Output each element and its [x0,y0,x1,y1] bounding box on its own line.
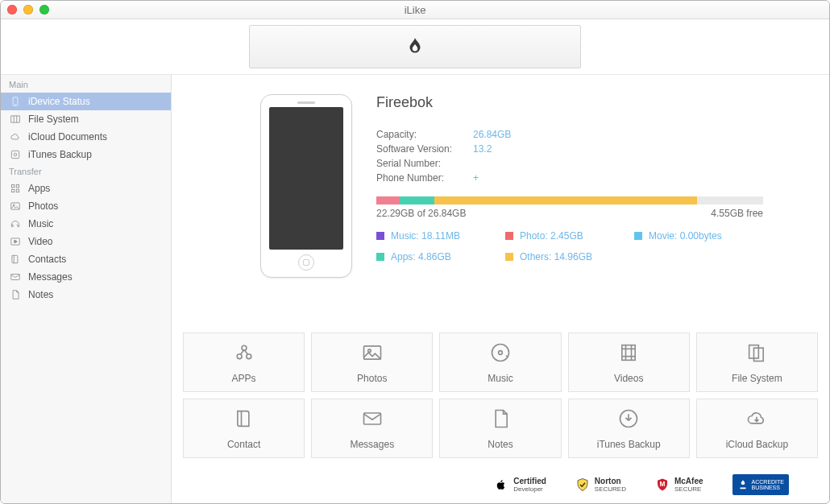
svg-rect-9 [11,189,15,192]
tile-music[interactable]: Music [439,333,561,392]
sidebar-item-notes[interactable]: Notes [1,286,171,304]
svg-line-19 [240,349,244,354]
tile-apps[interactable]: APPs [183,333,305,392]
tile-itunes[interactable]: iTunes Backup [568,399,690,458]
tile-videos[interactable]: Videos [568,333,690,392]
titlebar: iLike [1,1,829,19]
svg-point-12 [13,204,15,206]
shield-icon: M [655,477,670,493]
sidebar-item-apps[interactable]: Apps [1,180,171,197]
tile-label: Contact [227,439,260,450]
download-icon [617,407,640,432]
mail-icon [361,407,384,432]
sidebar-item-label: Notes [28,289,53,300]
tile-label: iCloud Backup [726,439,788,450]
tile-label: Music [488,373,513,384]
storage-seg-others [434,196,697,204]
storage-bar [376,196,763,204]
version-label: Software Version: [376,142,473,156]
badge-certified: CertifiedDeveloper [494,477,546,493]
legend-item: Photo: 2.45GB [505,230,634,242]
capacity-value: 26.84GB [473,127,511,142]
logo-box [249,25,581,68]
sidebar-item-video[interactable]: Video [1,233,171,250]
svg-rect-7 [11,184,15,188]
play-icon [9,236,22,247]
sidebar-item-messages[interactable]: Messages [1,268,171,286]
svg-point-17 [237,353,242,358]
columns-icon [9,114,22,125]
image-icon [361,341,384,366]
legend-swatch [505,232,513,240]
version-value: 13.2 [473,142,492,156]
mail-icon [9,271,22,283]
svg-rect-33 [363,413,380,424]
legend-item: Others: 14.96GB [505,251,634,262]
book-icon [9,254,22,265]
svg-rect-8 [16,184,19,188]
legend-text: Apps: 4.86GB [391,251,451,262]
svg-rect-25 [622,345,635,360]
phone-icon [9,96,22,107]
tile-label: Videos [614,373,643,384]
device-name: Fireebok [376,94,763,111]
note-icon [9,289,22,300]
legend-swatch [376,253,384,261]
flame-icon [405,36,425,57]
sidebar-item-label: Video [28,236,52,247]
svg-rect-2 [11,116,20,122]
sidebar-item-file-system[interactable]: File System [1,110,171,128]
tile-photos[interactable]: Photos [311,333,433,392]
tile-icloud[interactable]: iCloud Backup [696,399,818,458]
used-text: 22.29GB of 26.84GB [376,208,466,219]
svg-point-24 [499,350,503,354]
svg-rect-0 [13,97,18,106]
sidebar: MainiDevice StatusFile SystemiCloud Docu… [1,75,172,503]
tile-label: Photos [357,373,387,384]
tile-notes[interactable]: Notes [439,399,561,458]
tile-messages[interactable]: Messages [311,399,433,458]
sidebar-section-header: Transfer [1,163,171,180]
sidebar-item-label: Messages [28,271,73,283]
svg-rect-10 [16,189,19,192]
sidebar-section-header: Main [1,76,171,93]
shield-icon [575,477,590,493]
image-icon [9,200,22,212]
sidebar-item-icloud-docs[interactable]: iCloud Documents [1,128,171,146]
phone-value: + [473,171,479,185]
sidebar-item-label: iCloud Documents [28,131,107,143]
cloud-sync-icon [745,407,768,432]
main-panel: Fireebok Capacity:26.84GB Software Versi… [172,75,829,503]
tile-contact[interactable]: Contact [183,399,305,458]
sidebar-item-label: iTunes Backup [28,149,92,160]
sidebar-item-music[interactable]: Music [1,215,171,233]
tile-label: Messages [350,439,394,450]
serial-label: Serial Number: [376,156,473,171]
sidebar-item-itunes-backup[interactable]: iTunes Backup [1,146,171,163]
sidebar-item-contacts[interactable]: Contacts [1,250,171,268]
storage-seg-music [376,196,400,204]
tile-fs[interactable]: File System [696,333,818,392]
apps-icon [233,341,255,366]
grid-icon [9,183,22,194]
sidebar-item-photos[interactable]: Photos [1,197,171,215]
capacity-label: Capacity: [376,127,473,142]
phone-label: Phone Number: [376,171,473,185]
legend-text: Others: 14.96GB [520,251,592,262]
toolbar [1,19,829,75]
svg-text:M: M [660,481,666,488]
svg-point-6 [14,153,17,156]
legend-swatch [505,253,513,261]
book-icon [233,407,255,432]
device-image [260,94,352,278]
svg-point-23 [492,344,508,361]
tile-label: APPs [232,373,256,384]
tile-label: Notes [488,439,513,450]
sidebar-item-idevice-status[interactable]: iDevice Status [1,93,171,110]
sidebar-item-label: Apps [28,183,50,194]
svg-rect-5 [11,151,19,158]
cloud-icon [9,131,22,143]
bbb-icon [737,477,749,492]
storage-seg-apps [400,196,434,204]
app-window: iLike MainiDevice StatusFile SystemiClou… [0,0,830,504]
